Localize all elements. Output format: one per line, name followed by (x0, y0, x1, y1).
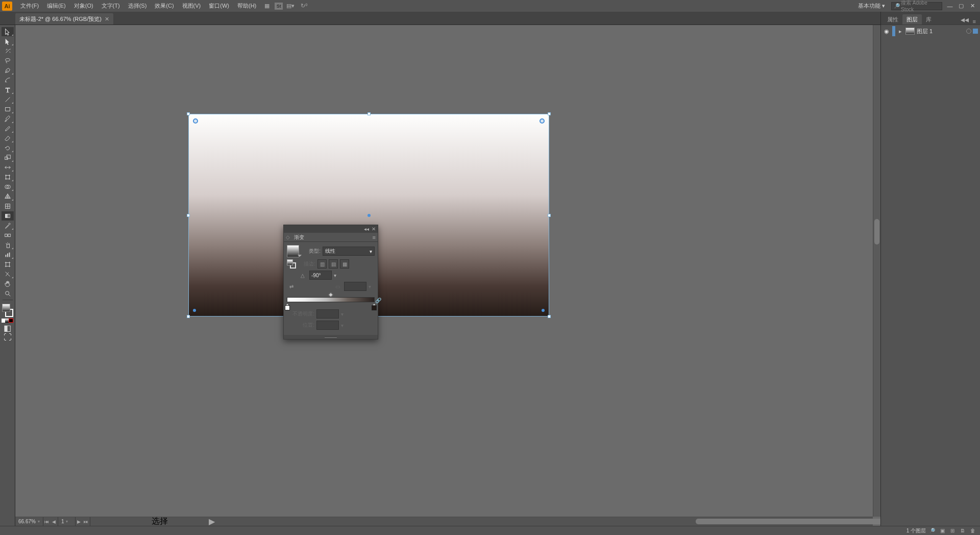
screen-mode-icon[interactable]: ⛶ (2, 333, 14, 342)
tab-libraries[interactable]: 库 (922, 14, 936, 25)
menu-window[interactable]: 窗口(W) (205, 2, 233, 10)
angle-icon: △ (298, 271, 307, 280)
gradient-type-select[interactable]: 线性▾ (323, 247, 375, 256)
zoom-level[interactable]: 66.67% (15, 517, 43, 526)
menu-type[interactable]: 文字(T) (97, 2, 124, 10)
shape-builder-tool[interactable] (2, 182, 14, 191)
scale-tool[interactable] (2, 153, 14, 162)
next-artboard-button[interactable]: ▶ (76, 517, 83, 526)
gradient-preview-swatch[interactable] (287, 245, 299, 257)
svg-rect-12 (5, 214, 10, 218)
gradient-slider[interactable]: 🔗 (287, 293, 375, 309)
gradient-angle-input[interactable]: -90° (309, 271, 332, 280)
blend-tool[interactable] (2, 231, 14, 240)
gradient-panel: ◂◂ ✕ ◇ 渐变 ≡ 类型: 线性▾ 描边: ▥ ▤ ▦ △ -90° ▾ ⇄ (283, 225, 378, 339)
mesh-tool[interactable] (2, 202, 14, 211)
gradient-panel-tab[interactable]: 渐变 (291, 233, 307, 242)
eraser-tool[interactable] (2, 134, 14, 143)
pencil-tool[interactable] (2, 124, 14, 133)
tab-properties[interactable]: 属性 (883, 14, 902, 25)
make-clipping-mask-icon[interactable]: ▣ (938, 527, 946, 535)
stock-icon[interactable]: St (275, 3, 283, 10)
zoom-tool[interactable] (2, 289, 14, 298)
layer-row[interactable]: ◉ ▸ 图层 1 (881, 26, 980, 36)
line-segment-tool[interactable] (2, 95, 14, 104)
column-graph-tool[interactable] (2, 250, 14, 259)
panel-menu-icon[interactable]: ≡ (971, 18, 978, 25)
arrange-documents-icon[interactable]: ▤▾ (285, 2, 296, 10)
direct-selection-tool[interactable] (2, 37, 14, 46)
color-mode-row[interactable] (2, 319, 14, 323)
window-close[interactable]: ✕ (967, 2, 978, 10)
document-tab[interactable]: 未标题-2* @ 66.67% (RGB/预览) ✕ (15, 13, 113, 25)
fill-stroke-swatch[interactable] (2, 304, 13, 317)
locate-layer-icon[interactable]: 🔎 (928, 527, 936, 535)
panel-resize-grip[interactable] (284, 335, 378, 339)
type-tool[interactable] (2, 85, 14, 94)
free-transform-tool[interactable] (2, 173, 14, 182)
angle-dropdown[interactable]: ▾ (334, 273, 340, 278)
gradient-link-icon[interactable]: 🔗 (375, 297, 381, 303)
gradient-stop-start[interactable] (285, 304, 290, 310)
lasso-tool[interactable] (2, 56, 14, 65)
draw-normal-icon[interactable]: ◧ (2, 323, 14, 332)
status-play-icon[interactable]: ▶ (209, 517, 215, 526)
selection-tool[interactable] (2, 27, 14, 36)
magic-wand-tool[interactable] (2, 46, 14, 56)
curvature-tool[interactable] (2, 76, 14, 85)
menu-edit[interactable]: 编辑(E) (43, 2, 70, 10)
window-maximize[interactable]: ▢ (955, 2, 967, 10)
new-layer-icon[interactable]: 🗎 (959, 527, 967, 535)
search-input[interactable]: 🔎 搜索 Adobe Stock (891, 2, 942, 10)
stroke-along-icon[interactable]: ▤ (329, 259, 338, 269)
workspace-switcher[interactable]: 基本功能 ▾ (854, 2, 889, 10)
menu-effect[interactable]: 效果(C) (151, 2, 178, 10)
new-sublayer-icon[interactable]: ⊞ (948, 527, 957, 535)
gradient-stop-end[interactable] (372, 304, 377, 310)
panel-close-icon[interactable]: ✕ (371, 226, 377, 232)
panel-collapse-icon[interactable]: ◂◂ (363, 226, 370, 232)
menu-file[interactable]: 文件(F) (16, 2, 43, 10)
horizontal-scrollbar[interactable] (512, 517, 873, 526)
menu-help[interactable]: 帮助(H) (233, 2, 260, 10)
symbol-sprayer-tool[interactable] (2, 240, 14, 250)
slice-tool[interactable] (2, 270, 14, 279)
stroke-within-icon[interactable]: ▥ (317, 259, 327, 269)
bridge-icon[interactable]: ▦ (261, 2, 273, 10)
prev-artboard-button[interactable]: ◀ (51, 517, 58, 526)
layer-expand-icon[interactable]: ▸ (897, 28, 903, 35)
tab-close-icon[interactable]: ✕ (105, 16, 109, 22)
layer-selection-indicator[interactable] (973, 29, 978, 34)
gradient-fill-stroke-toggle[interactable] (287, 259, 296, 269)
menu-view[interactable]: 视图(V) (178, 2, 205, 10)
panel-menu-icon[interactable]: ≡ (373, 234, 376, 240)
artboard-tool[interactable] (2, 260, 14, 269)
canvas-area[interactable]: 66.67% ⏮ ◀ 1 ▶ ⏭ 选择 ▶ (15, 25, 880, 526)
panel-collapse-icon[interactable]: ◂◂ (959, 15, 971, 25)
first-artboard-button[interactable]: ⏮ (43, 517, 51, 526)
visibility-toggle-icon[interactable]: ◉ (881, 26, 892, 36)
rotate-tool[interactable] (2, 143, 14, 153)
tab-layers[interactable]: 图层 (902, 14, 922, 25)
layer-target-icon[interactable] (966, 29, 971, 34)
gradient-tool[interactable] (2, 211, 14, 221)
width-tool[interactable] (2, 163, 14, 172)
delete-layer-icon[interactable]: 🗑 (969, 527, 977, 535)
last-artboard-button[interactable]: ⏭ (83, 517, 90, 526)
hand-tool[interactable] (2, 279, 14, 288)
stroke-across-icon[interactable]: ▦ (340, 259, 349, 269)
gradient-midpoint[interactable] (328, 293, 333, 298)
rectangle-tool[interactable] (2, 105, 14, 114)
layer-name[interactable]: 图层 1 (917, 28, 966, 35)
gpu-performance-icon[interactable]: ↻⁰ (298, 2, 309, 10)
vertical-scrollbar[interactable] (873, 25, 880, 517)
pen-tool[interactable] (2, 66, 14, 75)
artboard-navigation[interactable]: 1 (58, 517, 76, 526)
menu-object[interactable]: 对象(O) (70, 2, 97, 10)
menu-select[interactable]: 选择(S) (124, 2, 151, 10)
paintbrush-tool[interactable] (2, 114, 14, 124)
reverse-gradient-icon[interactable]: ⇄ (287, 282, 296, 291)
perspective-grid-tool[interactable] (2, 192, 14, 201)
eyedropper-tool[interactable] (2, 221, 14, 230)
window-minimize[interactable]: — (944, 2, 955, 10)
